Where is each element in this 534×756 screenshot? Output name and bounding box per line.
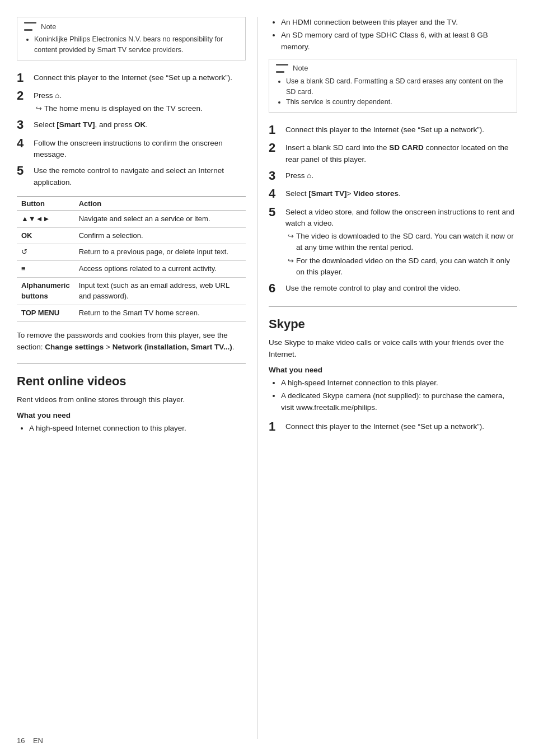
action-table: Button Action ▲▼◄► Navigate and select a…: [17, 196, 246, 322]
right-bullet-1: An SD memory card of type SDHC Class 6, …: [281, 30, 517, 53]
step-2-5-sub2: ↪ For the downloaded video on the SD car…: [285, 255, 517, 278]
step-num-1-2: 2: [17, 88, 34, 103]
step-content-2-1: Connect this player to the Internet (see…: [285, 123, 517, 136]
table-cell-action-3: Access options related to a current acti…: [74, 261, 246, 278]
table-cell-action-4: Input text (such as an email address, we…: [74, 278, 246, 305]
table-row: TOP MENU Return to the Smart TV home scr…: [17, 305, 246, 321]
network-bold: Network (installation, Smart TV...): [113, 343, 232, 351]
change-settings-bold: Change settings: [45, 343, 104, 351]
rent-bullet-0: A high-speed Internet connection to this…: [29, 423, 246, 435]
table-cell-button-3: ≡: [17, 261, 74, 278]
table-cell-action-0: Navigate and select an a service or item…: [74, 211, 246, 227]
right-top-bullets: An HDMI connection between this player a…: [269, 17, 517, 53]
step-2-4: 4 Select [Smart TV]> Video stores.: [269, 186, 517, 201]
step-num-2-1: 1: [269, 123, 285, 137]
skype-what-you-need: What you need: [269, 366, 517, 374]
right-bullet-0: An HDMI connection between this player a…: [281, 17, 517, 29]
rent-intro: Rent videos from online stores through t…: [17, 394, 246, 406]
step-2-6: 6 Use the remote control to play and con…: [269, 281, 517, 296]
ok-bold-1: OK: [134, 120, 146, 129]
sd-card-bold: SD CARD: [389, 143, 424, 152]
step-2-1: 1 Connect this player to the Internet (s…: [269, 123, 517, 137]
rent-what-you-need: What you need: [17, 411, 246, 419]
arrow-icon-2-5b: ↪: [288, 255, 294, 267]
step-num-2-4: 4: [269, 186, 285, 201]
step-content-1-3: Select [Smart TV], and press OK.: [34, 118, 246, 130]
page-num-text: 16: [17, 736, 25, 745]
note-title-1: Note: [41, 22, 56, 31]
rent-section-title: Rent online videos: [17, 374, 246, 389]
note-item-2-0: Use a blank SD card. Formatting a SD car…: [286, 76, 510, 97]
arrow-icon-2-5a: ↪: [288, 231, 294, 242]
step-2-5: 5 Select a video store, and follow the o…: [269, 205, 517, 278]
step-1-4: 4 Follow the onscreen instructions to co…: [17, 136, 246, 161]
note-item-1-0: Koninklijke Philips Electronics N.V. bea…: [34, 34, 238, 55]
step-1-2-sub: ↪ The home menu is displayed on the TV s…: [34, 103, 246, 114]
skype-step-content-1: Connect this player to the Internet (see…: [285, 419, 517, 432]
steps-list-2: 1 Connect this player to the Internet (s…: [269, 123, 517, 296]
skype-bullet-1: A dedicated Skype camera (not supplied):…: [281, 390, 517, 414]
skype-step-num-1: 1: [269, 419, 285, 434]
table-cell-action-1: Confirm a selection.: [74, 227, 246, 244]
step-content-2-2: Insert a blank SD card into the SD CARD …: [285, 141, 517, 165]
divider-rent: [17, 363, 246, 364]
skype-intro: Use Skype to make video calls or voice c…: [269, 337, 517, 361]
step-2-5-sub1: ↪ The video is downloaded to the SD card…: [285, 231, 517, 254]
step-1-5: 5 Use the remote control to navigate and…: [17, 164, 246, 188]
arrow-icon-1-2: ↪: [36, 103, 42, 114]
skype-bullet-list: A high-speed Internet connection to this…: [269, 377, 517, 414]
skype-bullet-0: A high-speed Internet connection to this…: [281, 377, 517, 389]
step-content-2-5: Select a video store, and follow the ons…: [285, 205, 517, 278]
note-list-1: Koninklijke Philips Electronics N.V. bea…: [24, 34, 238, 55]
step-2-5-sub2-text: For the downloaded video on the SD card,…: [296, 255, 517, 278]
table-row: ↺ Return to a previous page, or delete i…: [17, 244, 246, 261]
step-2-3: 3 Press ⌂.: [269, 169, 517, 183]
step-1-3: 3 Select [Smart TV], and press OK.: [17, 118, 246, 132]
rent-bullet-list: A high-speed Internet connection to this…: [17, 423, 246, 435]
smart-tv-bold-2: [Smart TV]: [308, 189, 346, 198]
step-num-1-1: 1: [17, 71, 34, 85]
footer-note-text: To remove the passwords and cookies from…: [17, 330, 246, 353]
table-row: OK Confirm a selection.: [17, 227, 246, 244]
step-content-2-6: Use the remote control to play and contr…: [285, 281, 517, 294]
table-cell-button-2: ↺: [17, 244, 74, 261]
skype-section-title: Skype: [269, 317, 517, 332]
table-row: Alphanumericbuttons Input text (such as …: [17, 278, 246, 305]
step-num-1-3: 3: [17, 118, 34, 132]
step-1-2-sub-text: The home menu is displayed on the TV scr…: [44, 103, 203, 114]
step-num-2-5: 5: [269, 205, 285, 220]
table-cell-action-2: Return to a previous page, or delete inp…: [74, 244, 246, 261]
note-box-2: Note Use a blank SD card. Formatting a S…: [269, 59, 517, 113]
note-box-1: Note Koninklijke Philips Electronics N.V…: [17, 17, 246, 60]
table-row: ▲▼◄► Navigate and select an a service or…: [17, 211, 246, 227]
note-icon-2: [276, 64, 288, 73]
step-content-1-1: Connect this player to the Internet (see…: [34, 71, 246, 83]
step-num-2-3: 3: [269, 169, 285, 183]
note-icon-1: [24, 22, 36, 31]
table-cell-button-0: ▲▼◄►: [17, 211, 74, 227]
steps-list-1: 1 Connect this player to the Internet (s…: [17, 71, 246, 188]
page-lang-text: EN: [33, 736, 43, 745]
table-cell-button-1: OK: [17, 227, 74, 244]
step-num-2-6: 6: [269, 281, 285, 296]
note-title-2: Note: [293, 64, 308, 72]
video-stores-bold: Video stores: [353, 189, 399, 198]
step-content-2-4: Select [Smart TV]> Video stores.: [285, 186, 517, 199]
step-content-2-3: Press ⌂.: [285, 169, 517, 181]
step-2-5-sub1-text: The video is downloaded to the SD card. …: [296, 231, 517, 254]
note-item-2-1: This service is country dependent.: [286, 97, 510, 108]
note-header-1: Note: [24, 22, 238, 31]
step-num-2-2: 2: [269, 141, 285, 155]
divider-skype: [269, 306, 517, 307]
left-column: Note Koninklijke Philips Electronics N.V…: [0, 17, 257, 739]
note-header-2: Note: [276, 64, 510, 73]
note-list-2: Use a blank SD card. Formatting a SD car…: [276, 76, 510, 108]
right-column: An HDMI connection between this player a…: [257, 17, 534, 739]
table-header-button: Button: [17, 196, 74, 211]
step-num-1-5: 5: [17, 164, 34, 178]
table-row: ≡ Access options related to a current ac…: [17, 261, 246, 278]
step-content-1-4: Follow the onscreen instructions to conf…: [34, 136, 246, 161]
table-cell-button-4: Alphanumericbuttons: [17, 278, 74, 305]
step-1-1: 1 Connect this player to the Internet (s…: [17, 71, 246, 85]
smart-tv-bold-1: [Smart TV]: [57, 120, 95, 129]
